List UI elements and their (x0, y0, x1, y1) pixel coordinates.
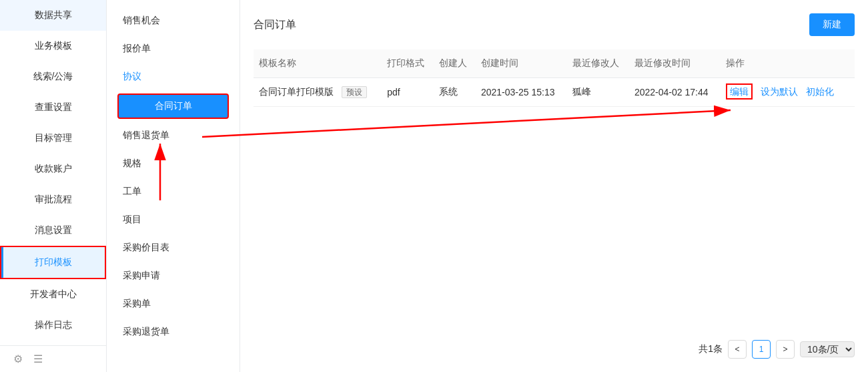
menu-icon[interactable]: ☰ (33, 353, 43, 365)
col-print-format: 打印格式 (382, 49, 434, 78)
settings-icon[interactable]: ⚙ (13, 353, 23, 365)
pagination: 共1条 < 1 > 10条/页 20条/页 50条/页 (254, 340, 855, 359)
cell-creator: 系统 (434, 78, 476, 107)
total-label: 共1条 (699, 343, 723, 355)
new-button[interactable]: 新建 (809, 13, 855, 36)
col-template-name: 模板名称 (254, 49, 382, 78)
sidebar-item-approval[interactable]: 审批流程 (0, 184, 106, 215)
sidebar-item-payment[interactable]: 收款账户 (0, 154, 106, 184)
action-initialize[interactable]: 初始化 (806, 86, 834, 97)
middle-item-quotation[interactable]: 报价单 (107, 35, 240, 63)
current-page[interactable]: 1 (752, 340, 771, 359)
sidebar-item-operation-log[interactable]: 操作日志 (0, 310, 106, 341)
next-page-button[interactable]: > (776, 340, 795, 359)
middle-item-purchase-price[interactable]: 采购价目表 (107, 234, 240, 262)
middle-item-sales-return[interactable]: 销售退货单 (107, 122, 240, 150)
middle-item-work-order[interactable]: 工单 (107, 178, 240, 206)
table-wrap: 模板名称 打印格式 创建人 创建时间 最近修改人 最近修改时间 操作 合同订单打… (254, 49, 855, 327)
middle-item-sales-opportunity[interactable]: 销售机会 (107, 7, 240, 35)
col-actions: 操作 (721, 49, 855, 78)
action-edit[interactable]: 编辑 (726, 83, 753, 100)
sidebar-item-business-template[interactable]: 业务模板 (0, 31, 106, 61)
col-modifier: 最近修改人 (567, 49, 629, 78)
prev-page-button[interactable]: < (728, 340, 747, 359)
sidebar-bottom: ⚙ ☰ (0, 345, 106, 372)
preset-tag: 预设 (342, 86, 367, 98)
action-set-default[interactable]: 设为默认 (761, 86, 798, 97)
sidebar-item-data-share[interactable]: 数据共享 (0, 0, 106, 31)
middle-item-contract[interactable]: 合同订单 (117, 94, 229, 119)
sidebar-item-developer[interactable]: 开发者中心 (0, 279, 106, 310)
main-content: 合同订单 新建 模板名称 打印格式 创建人 创建时间 最近修改人 最近修改时间 … (240, 0, 868, 372)
middle-section-protocol: 协议 (107, 63, 240, 91)
sidebar-item-target[interactable]: 目标管理 (0, 123, 106, 154)
cell-actions: 编辑 设为默认 初始化 (721, 78, 855, 107)
sidebar: 数据共享 业务模板 线索/公海 查重设置 目标管理 收款账户 审批流程 消息设置… (0, 0, 107, 372)
cell-modified-at: 2022-04-02 17:44 (629, 78, 721, 107)
middle-item-purchase-return[interactable]: 采购退货单 (107, 318, 240, 346)
cell-modifier: 狐峰 (567, 78, 629, 107)
col-creator: 创建人 (434, 49, 476, 78)
middle-item-purchase-request[interactable]: 采购申请 (107, 262, 240, 290)
middle-item-purchase-order[interactable]: 采购单 (107, 290, 240, 318)
middle-item-project[interactable]: 项目 (107, 206, 240, 234)
template-table: 模板名称 打印格式 创建人 创建时间 最近修改人 最近修改时间 操作 合同订单打… (254, 49, 855, 107)
main-header: 合同订单 新建 (254, 13, 855, 36)
cell-template-name: 合同订单打印模版 预设 (254, 78, 382, 107)
middle-panel: 销售机会 报价单 协议 合同订单 销售退货单 规格 工单 项目 采购价目表 采购… (107, 0, 240, 372)
sidebar-item-print-template[interactable]: 打印模板 (0, 246, 106, 279)
page-title: 合同订单 (254, 18, 296, 32)
cell-format: pdf (382, 78, 434, 107)
sidebar-item-message[interactable]: 消息设置 (0, 215, 106, 246)
table-row: 合同订单打印模版 预设 pdf 系统 2021-03-25 15:13 狐峰 2… (254, 78, 855, 107)
cell-created-at: 2021-03-25 15:13 (476, 78, 567, 107)
middle-item-spec[interactable]: 规格 (107, 150, 240, 178)
sidebar-item-leads[interactable]: 线索/公海 (0, 61, 106, 92)
sidebar-item-dedup[interactable]: 查重设置 (0, 92, 106, 123)
col-created-at: 创建时间 (476, 49, 567, 78)
per-page-select[interactable]: 10条/页 20条/页 50条/页 (800, 341, 855, 357)
col-modified-at: 最近修改时间 (629, 49, 721, 78)
